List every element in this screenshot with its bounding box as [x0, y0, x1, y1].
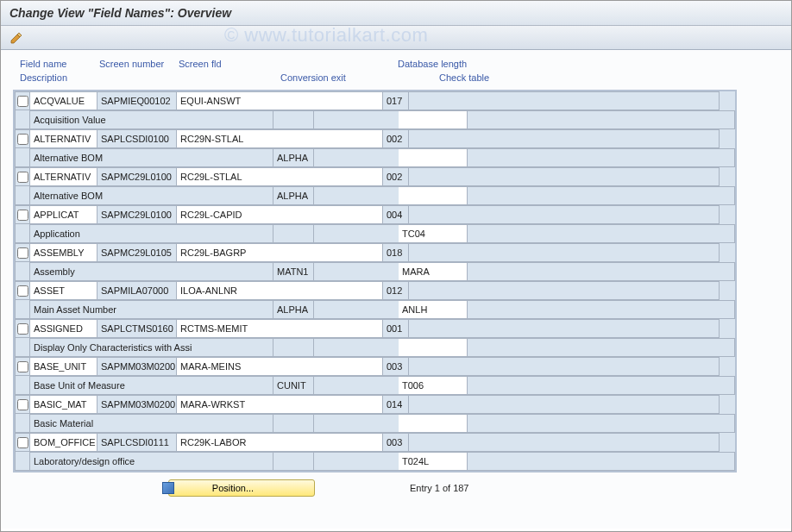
row-spacer — [15, 452, 30, 471]
screen-fld-cell[interactable]: MARA-MEINS — [177, 357, 383, 376]
check-table-cell[interactable] — [399, 186, 468, 205]
title-text: Change View "Field Names": Overview — [9, 6, 231, 20]
db-length-cell: 001 — [383, 319, 409, 338]
table-body: ACQVALUE SAPMIEQ00102 EQUI-ANSWT 017 Acq… — [13, 90, 737, 473]
row-select-checkbox[interactable] — [15, 91, 30, 110]
screen-fld-cell[interactable]: RC29L-CAPID — [177, 205, 383, 224]
column-headers: Field name Screen number Screen fld Data… — [13, 59, 779, 86]
screen-fld-cell[interactable]: RC29K-LABOR — [177, 433, 383, 452]
row-select-checkbox[interactable] — [15, 243, 30, 262]
entry-counter: Entry 1 of 187 — [410, 483, 469, 493]
table-row: BOM_OFFICE SAPLCSDI0111 RC29K-LABOR 003 … — [15, 433, 735, 471]
row-spacer — [15, 224, 30, 243]
toolbar — [1, 26, 791, 50]
screen-number-cell: SAPMC29L0100 — [97, 167, 177, 186]
screen-fld-cell[interactable]: RC29L-BAGRP — [177, 243, 383, 262]
check-table-cell[interactable] — [399, 414, 468, 433]
screen-fld-cell[interactable]: EQUI-ANSWT — [177, 91, 383, 110]
field-name-cell[interactable]: ASSEMBLY — [30, 243, 97, 262]
screen-number-cell: SAPLCTMS0160 — [97, 319, 177, 338]
conversion-exit-cell: ALPHA — [273, 148, 314, 167]
description-cell: Alternative BOM — [30, 186, 273, 205]
table-row: BASE_UNIT SAPMM03M0200 MARA-MEINS 003 Ba… — [15, 357, 735, 395]
table-row: ASSEMBLY SAPMC29L0105 RC29L-BAGRP 018 As… — [15, 243, 735, 281]
description-cell: Laboratory/design office — [30, 452, 273, 471]
field-name-cell[interactable]: ALTERNATIV — [30, 167, 97, 186]
header-check[interactable]: Check table — [439, 72, 489, 83]
check-table-cell[interactable]: TC04 — [399, 224, 468, 243]
check-table-cell[interactable]: T006 — [399, 376, 468, 395]
conversion-exit-cell — [273, 224, 314, 243]
pencil-icon[interactable] — [9, 31, 23, 45]
table-row: ALTERNATIV SAPLCSDI0100 RC29N-STLAL 002 … — [15, 129, 735, 167]
table-row: ASSET SAPMILA07000 ILOA-ANLNR 012 Main A… — [15, 281, 735, 319]
description-cell: Assembly — [30, 262, 273, 281]
conversion-exit-cell: CUNIT — [273, 376, 314, 395]
table-row: BASIC_MAT SAPMM03M0200 MARA-WRKST 014 Ba… — [15, 395, 735, 433]
position-icon — [162, 482, 174, 494]
db-length-cell: 002 — [383, 167, 409, 186]
field-name-cell[interactable]: BASE_UNIT — [30, 357, 97, 376]
field-name-cell[interactable]: ACQVALUE — [30, 91, 97, 110]
window-title: Change View "Field Names": Overview — [1, 1, 791, 26]
conversion-exit-cell — [273, 338, 314, 357]
description-cell: Basic Material — [30, 414, 273, 433]
content-area: Field name Screen number Screen fld Data… — [1, 50, 791, 529]
screen-fld-cell[interactable]: RC29N-STLAL — [177, 129, 383, 148]
conversion-exit-cell — [273, 414, 314, 433]
footer-bar: Position... Entry 1 of 187 — [13, 479, 779, 497]
screen-fld-cell[interactable]: RC29L-STLAL — [177, 167, 383, 186]
field-name-cell[interactable]: APPLICAT — [30, 205, 97, 224]
db-length-cell: 017 — [383, 91, 409, 110]
screen-number-cell: SAPLCSDI0100 — [97, 129, 177, 148]
screen-number-cell: SAPMC29L0100 — [97, 205, 177, 224]
db-length-cell: 003 — [383, 357, 409, 376]
description-cell: Display Only Characteristics with Assi — [30, 338, 273, 357]
header-fld[interactable]: Screen fld — [179, 59, 222, 69]
field-name-cell[interactable]: BOM_OFFICE — [30, 433, 97, 452]
header-field[interactable]: Field name — [20, 59, 66, 69]
db-length-cell: 018 — [383, 243, 409, 262]
row-select-checkbox[interactable] — [15, 433, 30, 452]
row-select-checkbox[interactable] — [15, 281, 30, 300]
db-length-cell: 012 — [383, 281, 409, 300]
row-select-checkbox[interactable] — [15, 205, 30, 224]
row-spacer — [15, 338, 30, 357]
row-select-checkbox[interactable] — [15, 129, 30, 148]
check-table-cell[interactable] — [399, 148, 468, 167]
table-row: APPLICAT SAPMC29L0100 RC29L-CAPID 004 Ap… — [15, 205, 735, 243]
description-cell: Acquisition Value — [30, 110, 273, 129]
row-spacer — [15, 376, 30, 395]
field-name-cell[interactable]: ASSIGNED — [30, 319, 97, 338]
table-row: ASSIGNED SAPLCTMS0160 RCTMS-MEMIT 001 Di… — [15, 319, 735, 357]
check-table-cell[interactable] — [399, 338, 468, 357]
db-length-cell: 004 — [383, 205, 409, 224]
field-name-cell[interactable]: ASSET — [30, 281, 97, 300]
conversion-exit-cell: ALPHA — [273, 186, 314, 205]
row-spacer — [15, 262, 30, 281]
position-label: Position... — [212, 483, 254, 493]
row-select-checkbox[interactable] — [15, 319, 30, 338]
screen-number-cell: SAPMM03M0200 — [97, 357, 177, 376]
screen-fld-cell[interactable]: MARA-WRKST — [177, 395, 383, 414]
check-table-cell[interactable]: ANLH — [399, 300, 468, 319]
header-screen[interactable]: Screen number — [99, 59, 164, 69]
screen-fld-cell[interactable]: ILOA-ANLNR — [177, 281, 383, 300]
row-select-checkbox[interactable] — [15, 395, 30, 414]
row-select-checkbox[interactable] — [15, 357, 30, 376]
screen-number-cell: SAPLCSDI0111 — [97, 433, 177, 452]
header-desc[interactable]: Description — [20, 72, 67, 83]
header-conv[interactable]: Conversion exit — [280, 72, 346, 83]
db-length-cell: 014 — [383, 395, 409, 414]
screen-number-cell: SAPMILA07000 — [97, 281, 177, 300]
conversion-exit-cell: ALPHA — [273, 300, 314, 319]
field-name-cell[interactable]: BASIC_MAT — [30, 395, 97, 414]
check-table-cell[interactable]: MARA — [399, 262, 468, 281]
position-button[interactable]: Position... — [168, 479, 315, 497]
header-db[interactable]: Database length — [398, 59, 467, 69]
field-name-cell[interactable]: ALTERNATIV — [30, 129, 97, 148]
check-table-cell[interactable] — [399, 110, 468, 129]
check-table-cell[interactable]: T024L — [399, 452, 468, 471]
row-select-checkbox[interactable] — [15, 167, 30, 186]
screen-fld-cell[interactable]: RCTMS-MEMIT — [177, 319, 383, 338]
